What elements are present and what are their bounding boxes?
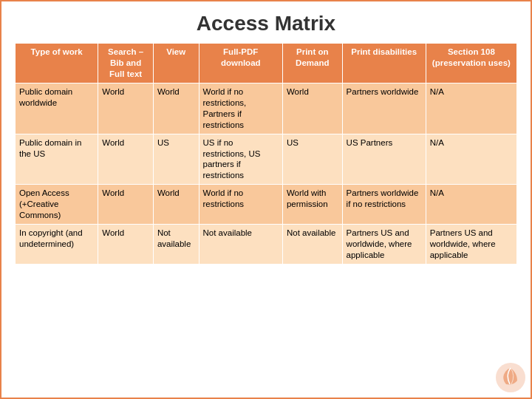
col-header-type: Type of work bbox=[16, 44, 98, 83]
cell-print-3: Not available bbox=[282, 225, 342, 265]
cell-s108-1: N/A bbox=[426, 134, 516, 185]
cell-disabilities-0: Partners worldwide bbox=[342, 83, 426, 134]
col-header-print-disabilities: Print disabilities bbox=[342, 44, 426, 83]
table-row: Public domain in the US World US US if n… bbox=[16, 134, 517, 185]
cell-view-3: Not available bbox=[153, 225, 199, 265]
cell-type-3: In copyright (and undetermined) bbox=[16, 225, 98, 265]
cell-pdf-3: Not available bbox=[199, 225, 282, 265]
cell-pdf-0: World if no restrictions, Partners if re… bbox=[199, 83, 282, 134]
cell-view-1: US bbox=[153, 134, 199, 185]
cell-view-2: World bbox=[153, 185, 199, 225]
table-row: Public domain worldwide World World Worl… bbox=[16, 83, 517, 134]
corner-decoration-icon bbox=[495, 362, 526, 393]
page-title: Access Matrix bbox=[15, 12, 517, 35]
cell-s108-3: Partners US and worldwide, where applica… bbox=[426, 225, 516, 265]
cell-s108-2: N/A bbox=[426, 185, 516, 225]
table-row: In copyright (and undetermined) World No… bbox=[16, 225, 517, 265]
table-row: Open Access (+Creative Commons) World Wo… bbox=[16, 185, 517, 225]
cell-view-0: World bbox=[153, 83, 199, 134]
cell-type-1: Public domain in the US bbox=[16, 134, 98, 185]
cell-search-3: World bbox=[98, 225, 154, 265]
cell-search-1: World bbox=[98, 134, 154, 185]
access-matrix-table: Type of work Search – Bib and Full text … bbox=[15, 43, 517, 265]
col-header-print-demand: Print on Demand bbox=[282, 44, 342, 83]
cell-pdf-2: World if no restrictions bbox=[199, 185, 282, 225]
cell-type-0: Public domain worldwide bbox=[16, 83, 98, 134]
table-header-row: Type of work Search – Bib and Full text … bbox=[16, 44, 517, 83]
col-header-search: Search – Bib and Full text bbox=[98, 44, 154, 83]
col-header-section-108: Section 108 (preservation uses) bbox=[426, 44, 516, 83]
cell-print-1: US bbox=[282, 134, 342, 185]
cell-disabilities-1: US Partners bbox=[342, 134, 426, 185]
col-header-view: View bbox=[153, 44, 199, 83]
page-container: Access Matrix Type of work Search – Bib … bbox=[0, 0, 532, 399]
col-header-full-pdf: Full-PDF download bbox=[199, 44, 282, 83]
cell-disabilities-2: Partners worldwide if no restrictions bbox=[342, 185, 426, 225]
cell-disabilities-3: Partners US and worldwide, where applica… bbox=[342, 225, 426, 265]
cell-s108-0: N/A bbox=[426, 83, 516, 134]
cell-print-2: World with permission bbox=[282, 185, 342, 225]
cell-type-2: Open Access (+Creative Commons) bbox=[16, 185, 98, 225]
cell-search-0: World bbox=[98, 83, 154, 134]
cell-pdf-1: US if no restrictions, US partners if re… bbox=[199, 134, 282, 185]
cell-search-2: World bbox=[98, 185, 154, 225]
cell-print-0: World bbox=[282, 83, 342, 134]
